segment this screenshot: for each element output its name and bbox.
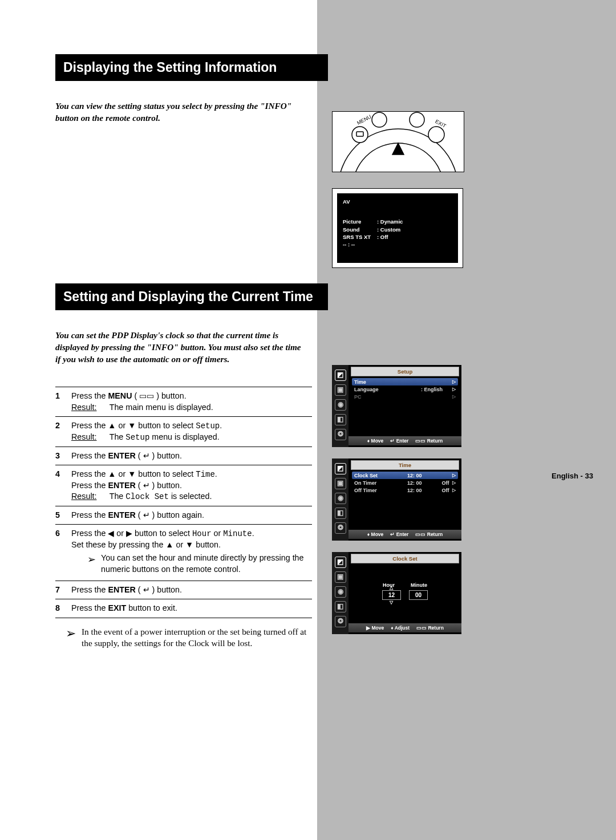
osd-time: ◩ ▣ ◉ ◧ ❂ Time Clock Set12: 00▷ On Timer… (332, 458, 461, 541)
step-6-note: You can set the hour and minute directly… (101, 553, 312, 575)
svg-point-2 (352, 127, 368, 143)
osd-icon: ❂ (335, 429, 346, 440)
step-2: 2 Press the ▲ or ▼ button to select Setu… (55, 420, 312, 443)
step-7: 7 Press the ENTER ( ↵ ) button. (55, 585, 312, 595)
osd-clock-set: ◩ ▣ ◉ ◧ ❂ Clock Set Hour Minute 12 (332, 552, 461, 634)
osd-icon: ▣ (335, 384, 346, 396)
osd-icon: ◧ (335, 601, 346, 612)
osd-icon: ◉ (335, 399, 346, 411)
osd-icon: ◩ (335, 557, 346, 568)
section-intro-2: You can set the PDP Display's clock so t… (55, 330, 306, 365)
step-8: 8 Press the EXIT button to exit. (55, 603, 312, 614)
note-arrow-icon: ➢ (87, 553, 101, 575)
osd-icon: ◩ (335, 370, 346, 381)
step-4: 4 Press the ▲ or ▼ button to select Time… (55, 469, 312, 502)
clock-minute: 00 (409, 590, 428, 600)
osd-setup-title: Setup (351, 367, 459, 376)
osd-icon: ◉ (335, 586, 346, 598)
svg-point-5 (410, 112, 424, 127)
osd-icon: ❂ (335, 522, 346, 534)
osd-clock-title: Clock Set (351, 554, 459, 563)
footer-note: ➢ In the event of a power interruption o… (55, 626, 318, 649)
step-6: 6 Press the ◀ or ▶ button to select Hour… (55, 528, 312, 577)
steps-list: 1 Press the MENU ( ▭▭ ) button. Result: … (55, 387, 312, 618)
menu-label: MENU (356, 113, 372, 125)
info-panel: AV Picture: Dynamic Sound: Custom SRS TS… (332, 188, 463, 268)
section-intro-1: You can view the setting status you sele… (55, 100, 306, 124)
section-title-2: Setting and Displaying the Current Time (55, 283, 328, 310)
osd-icon: ◉ (335, 493, 346, 504)
clock-hour: 12 (382, 590, 401, 600)
section-title-1: Displaying the Setting Information (55, 54, 328, 81)
osd-icon: ◧ (335, 414, 346, 425)
step-3: 3 Press the ENTER ( ↵ ) button. (55, 451, 312, 461)
osd-icon: ❂ (335, 616, 346, 627)
osd-time-title: Time (351, 460, 459, 470)
step-1: 1 Press the MENU ( ▭▭ ) button. Result: … (55, 391, 312, 413)
info-mode: AV (343, 198, 452, 205)
svg-point-4 (372, 112, 387, 127)
osd-icon: ◧ (335, 508, 346, 519)
osd-icon: ◩ (335, 463, 346, 474)
note-arrow-icon: ➢ (66, 626, 82, 649)
osd-icon: ▣ (335, 571, 346, 583)
step-5: 5 Press the ENTER ( ↵ ) button again. (55, 510, 312, 521)
osd-icon: ▣ (335, 478, 346, 489)
svg-point-3 (428, 127, 444, 143)
remote-diagram: MENU TIMER INFO EXIT (332, 111, 464, 172)
page-number: English - 33 (552, 472, 593, 480)
osd-setup: ◩ ▣ ◉ ◧ ❂ Setup Time▷ Language: English▷… (332, 365, 461, 447)
